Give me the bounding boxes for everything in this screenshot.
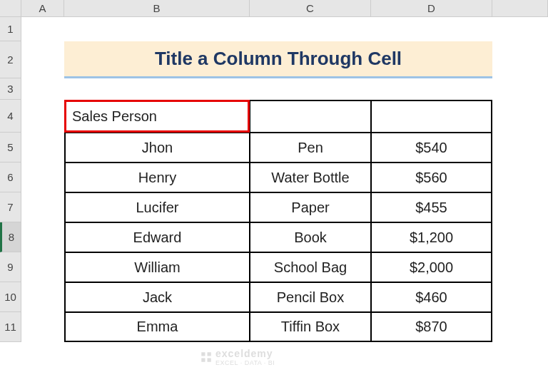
cell-b9[interactable]: William [64,252,250,282]
cell-b1[interactable] [64,17,250,41]
cell-b10[interactable]: Jack [64,282,250,312]
col-header-blank[interactable] [492,0,548,17]
watermark-brand: exceldemy [215,348,273,359]
cell-d1[interactable] [371,17,492,41]
col-header-d[interactable]: D [371,0,492,17]
cell-e9[interactable] [492,252,548,282]
page-title[interactable]: Title a Column Through Cell [64,41,492,78]
cell-d6[interactable]: $560 [371,163,492,192]
cell-a1[interactable] [21,17,64,41]
cell-d9[interactable]: $2,000 [371,252,492,282]
cell-a5[interactable] [21,133,64,163]
col-header-a[interactable]: A [21,0,64,17]
cell-c6[interactable]: Water Bottle [250,163,371,192]
row-header-4[interactable]: 4 [0,100,21,133]
watermark-icon [200,351,213,363]
cell-a10[interactable] [21,282,64,312]
row-header-9[interactable]: 9 [0,252,21,282]
cell-d3[interactable] [371,78,492,100]
cell-e1[interactable] [492,17,548,41]
cell-a11[interactable] [21,312,64,342]
cell-e4[interactable] [492,100,548,133]
cell-c1[interactable] [250,17,371,41]
cell-a3[interactable] [21,78,64,100]
cell-a6[interactable] [21,163,64,192]
header-label: Sales Person [72,108,157,125]
cell-e7[interactable] [492,192,548,222]
watermark: exceldemy EXCEL · DATA · BI [200,348,275,366]
select-all-corner[interactable] [0,0,21,17]
cell-d7[interactable]: $455 [371,192,492,222]
row-header-1[interactable]: 1 [0,17,21,41]
cell-d10[interactable]: $460 [371,282,492,312]
cell-a7[interactable] [21,192,64,222]
cell-c8[interactable]: Book [250,222,371,252]
svg-rect-0 [201,352,205,356]
row-header-3[interactable]: 3 [0,78,21,100]
row-header-7[interactable]: 7 [0,192,21,222]
cell-b6[interactable]: Henry [64,163,250,192]
cell-d8[interactable]: $1,200 [371,222,492,252]
cell-e11[interactable] [492,312,548,342]
row-header-8[interactable]: 8 [0,222,21,252]
watermark-tag: EXCEL · DATA · BI [215,359,275,366]
cell-a9[interactable] [21,252,64,282]
cell-c5[interactable]: Pen [250,133,371,163]
cell-e2[interactable] [492,41,548,78]
cell-b3[interactable] [64,78,250,100]
svg-rect-1 [208,352,211,356]
cell-c10[interactable]: Pencil Box [250,282,371,312]
cell-c4[interactable] [250,100,371,133]
cell-c7[interactable]: Paper [250,192,371,222]
cell-e3[interactable] [492,78,548,100]
cell-a2[interactable] [21,41,64,78]
cell-c11[interactable]: Tiffin Box [250,312,371,342]
row-header-5[interactable]: 5 [0,133,21,163]
cell-e10[interactable] [492,282,548,312]
col-header-b[interactable]: B [64,0,250,17]
cell-e6[interactable] [492,163,548,192]
row-header-10[interactable]: 10 [0,282,21,312]
cell-e8[interactable] [492,222,548,252]
row-header-11[interactable]: 11 [0,312,21,342]
svg-rect-3 [208,359,211,362]
cell-a4[interactable] [21,100,64,133]
col-header-c[interactable]: C [250,0,371,17]
cell-a8[interactable] [21,222,64,252]
row-header-2[interactable]: 2 [0,41,21,78]
highlighted-cell-b4[interactable]: Sales Person [64,100,250,133]
cell-d11[interactable]: $870 [371,312,492,342]
cell-b11[interactable]: Emma [64,312,250,342]
cell-c9[interactable]: School Bag [250,252,371,282]
cell-b5[interactable]: Jhon [64,133,250,163]
row-header-6[interactable]: 6 [0,163,21,192]
svg-rect-2 [201,359,205,362]
cell-c3[interactable] [250,78,371,100]
cell-b7[interactable]: Lucifer [64,192,250,222]
cell-d5[interactable]: $540 [371,133,492,163]
cell-b8[interactable]: Edward [64,222,250,252]
cell-e5[interactable] [492,133,548,163]
cell-d4[interactable] [371,100,492,133]
spreadsheet-grid[interactable]: A B C D 1 2 Title a Column Through Cell … [0,0,548,342]
